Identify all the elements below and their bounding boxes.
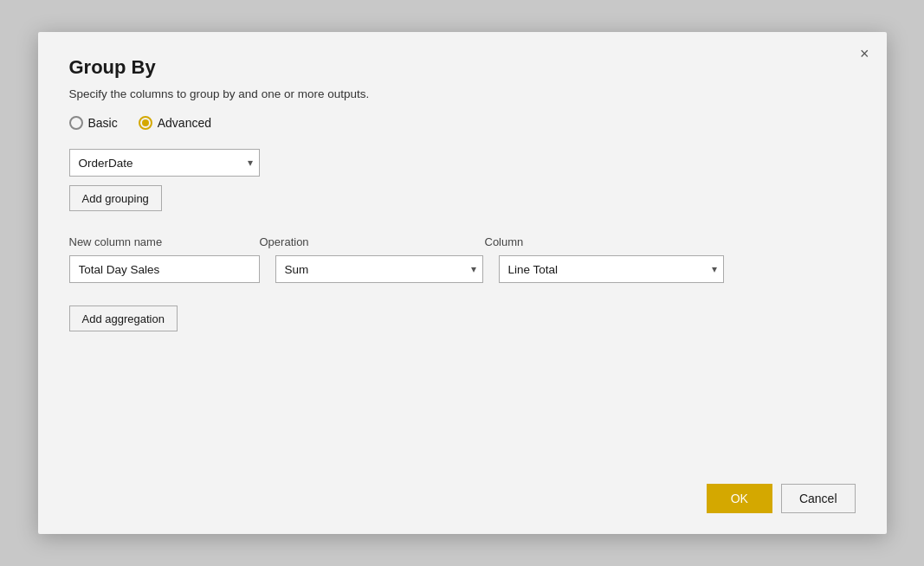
cancel-button[interactable]: Cancel <box>781 484 856 513</box>
aggregation-headers: New column name Operation Column <box>69 235 856 248</box>
ok-button[interactable]: OK <box>707 484 772 513</box>
dialog-footer: OK Cancel <box>69 466 856 513</box>
aggregation-row: Sum Average Min Max Count Count Distinct… <box>69 255 856 283</box>
radio-advanced-input[interactable] <box>139 116 152 130</box>
column-select[interactable]: Line Total OrderQty UnitPrice Discount <box>499 255 724 283</box>
new-column-header: New column name <box>69 235 260 248</box>
dialog-title: Group By <box>69 56 856 79</box>
operation-select[interactable]: Sum Average Min Max Count Count Distinct <box>275 255 483 283</box>
grouping-section: OrderDate SalesDate ProductID CustomerID… <box>69 149 856 211</box>
dialog-subtitle: Specify the columns to group by and one … <box>69 87 856 100</box>
radio-group: Basic Advanced <box>69 116 856 130</box>
operation-select-wrapper: Sum Average Min Max Count Count Distinct <box>275 255 483 283</box>
radio-advanced[interactable]: Advanced <box>139 116 211 130</box>
column-select-wrapper: Line Total OrderQty UnitPrice Discount <box>499 255 724 283</box>
radio-basic-input[interactable] <box>69 116 83 130</box>
operation-header: Operation <box>260 235 485 248</box>
radio-basic-label: Basic <box>88 116 118 130</box>
close-button[interactable]: × <box>855 42 875 65</box>
new-column-input[interactable] <box>69 255 260 283</box>
groupby-select-wrapper: OrderDate SalesDate ProductID CustomerID <box>69 149 260 177</box>
group-by-dialog: × Group By Specify the columns to group … <box>38 32 887 534</box>
column-header: Column <box>485 235 856 248</box>
aggregation-section: New column name Operation Column Sum Ave… <box>69 235 856 331</box>
add-grouping-button[interactable]: Add grouping <box>69 185 162 211</box>
add-aggregation-button[interactable]: Add aggregation <box>69 306 178 331</box>
groupby-select[interactable]: OrderDate SalesDate ProductID CustomerID <box>69 149 260 177</box>
radio-basic[interactable]: Basic <box>69 116 118 130</box>
radio-advanced-label: Advanced <box>158 116 211 130</box>
